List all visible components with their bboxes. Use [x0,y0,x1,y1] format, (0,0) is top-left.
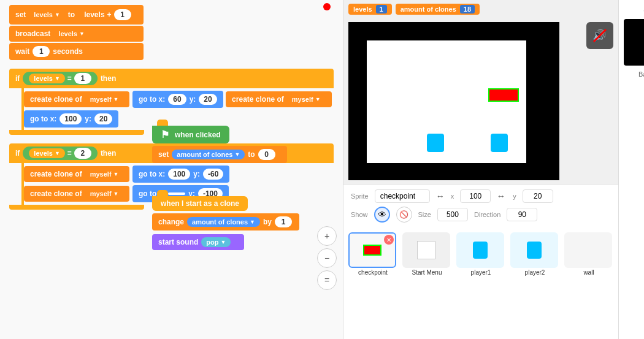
if-head-1[interactable]: if levels = 1 then [9,69,334,88]
create-clone-label-4: create clone of [30,189,82,198]
zoom-out-btn[interactable]: − [317,248,337,268]
levels-cond-drop[interactable]: levels [29,74,65,83]
increment-val[interactable]: 1 [114,9,131,20]
sprite-info-row: Sprite ↔ x ↕ y [351,189,611,203]
eye-slash-icon: 🚫 [399,210,408,219]
cond-val[interactable]: 1 [74,73,91,84]
zoom-in-btn[interactable]: + [317,226,337,246]
if-foot-2 [9,205,144,210]
levels-var-drop[interactable]: levels [29,10,65,20]
goto-block-2[interactable]: go to x: 100 y: 20 [24,110,118,128]
sprite-list: ✕ checkpoint Start Menu [343,227,618,339]
sprite-thumb-img-player2 [510,232,558,268]
to-label-r: to [248,150,255,159]
if-label-2: if [15,149,20,158]
broadcast-block[interactable]: broadcast levels [9,26,144,42]
y-val-1[interactable]: 20 [199,94,217,105]
delete-checkpoint-btn[interactable]: ✕ [384,235,394,245]
when-clicked-label: when clicked [175,131,221,139]
sprite-thumb-player1[interactable]: player1 [456,232,505,334]
wait-val[interactable]: 1 [33,46,50,57]
goto-block-1[interactable]: go to x: 60 y: 20 [132,91,223,108]
clone-target-4[interactable]: myself [85,189,124,199]
y-label: y [513,192,516,200]
set-amount-clones-block[interactable]: set amount of clones to 0 [152,146,287,163]
right-group-1: ⚑ when clicked set amount of clones to 0 [152,120,287,170]
amount-clones-label: amount of clones [401,6,456,13]
if-condition-1: levels = 1 [23,72,98,85]
create-clone-2[interactable]: create clone of myself [226,91,331,107]
amount-val[interactable]: 0 [258,149,275,160]
sprite-info-panel: Sprite ↔ x ↕ y Show 👁 🚫 [343,184,618,227]
canvas-inner [367,40,526,163]
sprite-thumb-player2[interactable]: player2 [510,232,559,334]
direction-input[interactable] [507,208,537,221]
size-label: Size [418,211,431,218]
stage-thumbnail[interactable] [624,19,644,66]
when-clicked-group: ⚑ when clicked set amount of clones to 0 [152,120,287,164]
stage-panel: Stage Backdrops 4 [618,0,644,339]
when-clone-label: when I start as a clone [161,199,239,208]
create-clone-3[interactable]: create clone of myself [24,166,129,182]
if-label: if [15,74,20,83]
mute-button[interactable]: 🔊 [586,22,613,49]
sound-drop[interactable]: pop [201,237,231,247]
sprite-thumb-checkpoint[interactable]: ✕ checkpoint [348,232,397,334]
change-val[interactable]: 1 [275,216,292,227]
wait-block[interactable]: wait 1 seconds [9,43,144,60]
set-levels-block[interactable]: set levels to levels + 1 [9,5,144,25]
show-visible-btn[interactable]: 👁 [374,207,390,223]
sprite-thumb-wall[interactable]: wall [564,232,613,334]
x-arrows-icon: ↔ [436,191,445,201]
y-val-2[interactable]: 20 [94,113,112,124]
create-clone-1[interactable]: create clone of myself [24,91,129,107]
cond-val-2[interactable]: 2 [74,148,91,159]
clone-target-1[interactable]: myself [85,94,124,104]
sprite-label: Sprite [351,192,369,200]
if-condition-2: levels = 2 [23,147,98,160]
start-sound-block[interactable]: start sound pop [152,234,244,250]
amount-clones-drop-2[interactable]: amount of clones [187,217,260,227]
when-clone-hat[interactable]: when I start as a clone [152,196,248,211]
broadcast-val-drop[interactable]: levels [53,29,90,39]
y-label-2: y: [85,115,91,123]
x-val-1[interactable]: 60 [168,94,186,105]
to-label: to [68,10,75,19]
eye-icon: 👁 [378,210,386,219]
player2-mini-sprite [527,242,542,259]
plus-op: + [107,10,112,19]
eq-label: = [67,74,72,83]
y-value-input[interactable] [523,189,553,203]
player1-label: player1 [456,269,505,276]
levels-variable: levels 1 [348,4,392,15]
sprite-thumb-img-startmenu [402,232,450,268]
when-clicked-hat[interactable]: ⚑ when clicked [152,126,229,143]
sprite-thumb-img-wall [564,232,612,268]
y-label-1: y: [190,95,196,104]
x-value-input[interactable] [460,189,491,203]
then-label-2: then [101,149,116,158]
direction-label: Direction [474,211,500,218]
x-val-2[interactable]: 100 [59,113,82,124]
zoom-reset-btn[interactable]: = [317,270,337,290]
sprite-name-input[interactable] [375,189,430,203]
show-hidden-btn[interactable]: 🚫 [396,207,412,223]
create-clone-4[interactable]: create clone of myself [24,186,129,202]
variable-bar: levels 1 amount of clones 18 [343,0,618,15]
clone-target-2[interactable]: myself [287,94,326,104]
amount-clones-drop[interactable]: amount of clones [172,150,245,159]
create-clone-label-3: create clone of [30,170,82,178]
wall-label: wall [564,269,613,276]
size-input[interactable] [437,208,468,221]
clone-target-3[interactable]: myself [85,169,124,179]
code-area: set levels to levels + 1 broadcast level… [0,0,343,339]
change-amount-clones-block[interactable]: change amount of clones by 1 [152,213,299,230]
goto-label-2: go to x: [30,115,56,123]
levels-cond-drop-2[interactable]: levels [29,148,65,158]
eq-label-2: = [67,149,72,158]
sprite-thumb-startmenu[interactable]: Start Menu [402,232,451,334]
backdrops-label: Backdrops [638,70,644,78]
start-menu-sprite [458,121,482,146]
create-clone-label-2: create clone of [232,95,284,104]
oval-var: levels [84,10,104,19]
